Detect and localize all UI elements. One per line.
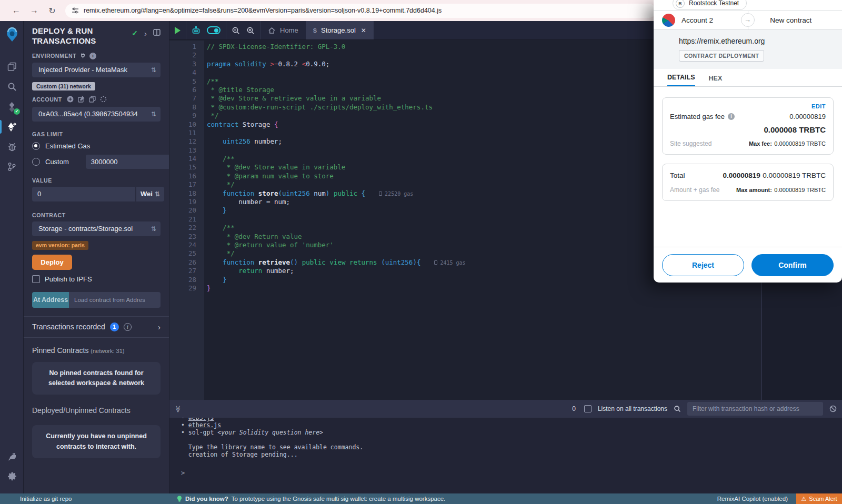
chevron-right-icon[interactable]: › [144,29,147,38]
environment-label: ENVIRONMENT i [32,53,161,59]
sidebar-item-debugger[interactable] [0,137,24,157]
home-icon [268,27,276,34]
add-account-icon[interactable] [67,96,74,104]
at-address-button[interactable]: At Address [32,292,69,308]
sidebar-item-file-explorer[interactable] [0,57,24,77]
zoom-out-icon[interactable] [232,26,240,35]
unpinned-empty-message: Currently you have no unpinned contracts… [32,425,161,458]
copilot-toggle[interactable] [207,26,220,34]
transactions-recorded-label: Transactions recorded [32,322,105,331]
total-card: Total 0.00000819 0.00000819 TRBTC Amount… [662,164,834,201]
arrow-right-icon: → [741,13,755,27]
transactions-expand-icon[interactable]: › [158,322,161,331]
terminal-search-icon[interactable] [674,405,681,412]
terminal-collapse-icon[interactable]: ≫ [174,405,182,412]
environment-select[interactable]: Injected Provider - MetaMask ⇅ [32,63,161,77]
custom-gas-radio[interactable] [32,158,40,166]
gas-info-icon[interactable]: i [728,113,735,120]
network-pill[interactable]: R Rootstock Testnet [673,0,747,10]
lightbulb-icon [177,496,182,502]
unpinned-contracts-title: Deployed/Unpinned Contracts [32,406,161,415]
scam-alert-button[interactable]: ⚠ Scam Alert [796,493,842,504]
url-text: remix.ethereum.org/#lang=en&optimize=fal… [84,7,442,14]
account-select[interactable]: 0xA03...85ac4 (0.398673504934 ⇅ [32,107,161,122]
tab-details[interactable]: DETAILS [667,74,695,86]
site-settings-icon[interactable] [72,7,79,14]
terminal-link[interactable]: web3.js [188,418,214,421]
remixai-robot-icon[interactable] [192,26,201,35]
estimated-gas-label: Estimated Gas [45,142,90,150]
deploy-run-panel: DEPLOY & RUN TRANSACTIONS ✓ › ENVIRONMEN… [24,21,169,493]
sidebar-item-deploy-run[interactable] [0,117,24,137]
remix-logo[interactable] [0,21,24,48]
network-name: Rootstock Testnet [689,0,739,7]
amount-gas-label: Amount + gas fee [670,186,719,194]
transaction-filter-input[interactable] [687,402,823,416]
check-icon: ✓ [132,29,138,37]
value-unit-select[interactable]: Wei ⇅ [136,187,164,201]
select-stepper-icon: ⇅ [151,66,156,74]
at-address-input[interactable] [69,292,161,308]
tab-storage-sol[interactable]: S Storage.sol ✕ [306,21,374,39]
split-panel-icon[interactable] [153,28,161,38]
transactions-info-icon[interactable]: i [124,323,132,331]
clear-terminal-icon[interactable] [829,405,837,412]
terminal[interactable]: • web3.js• ethers.js• sol-gpt <your Soli… [169,418,842,493]
terminal-line [181,436,842,443]
environment-info-icon[interactable]: i [89,53,96,59]
terminal-prompt[interactable]: > [181,469,842,477]
edit-gas-button[interactable]: EDIT [670,103,826,109]
run-script-icon[interactable] [175,27,181,34]
details-hex-tabs: DETAILS HEX [654,69,842,87]
contract-select[interactable]: Storage - contracts/Storage.sol ⇅ [32,221,161,236]
browser-back-icon[interactable]: ← [7,6,25,15]
terminal-line: creation of Storage pending... [181,451,842,458]
reject-button[interactable]: Reject [662,254,744,276]
terminal-link[interactable]: ethers.js [188,421,221,429]
address-bar[interactable]: remix.ethereum.org/#lang=en&optimize=fal… [65,4,656,18]
transaction-type-badge: CONTRACT DEPLOYMENT [679,50,764,62]
sidebar-item-plugin-manager[interactable] [0,446,24,466]
init-git-repo-button[interactable]: Initialize as git repo [20,496,72,502]
custom-gas-label: Custom [45,158,69,166]
copilot-status[interactable]: RemixAI Copilot (enabled) [717,496,788,502]
close-tab-icon[interactable]: ✕ [361,27,366,34]
sidebar-item-search[interactable] [0,77,24,97]
plug-icon[interactable] [80,53,86,59]
account-name: Account 2 [681,16,713,24]
edit-account-icon[interactable] [78,96,85,104]
sidebar-item-git[interactable] [0,157,24,177]
site-suggested-label: Site suggested [670,140,711,147]
account-label: ACCOUNT [32,96,161,104]
browser-forward-icon[interactable]: → [25,6,43,15]
listen-transactions-checkbox[interactable] [584,405,592,412]
zoom-in-icon[interactable] [246,26,255,35]
status-bar: Initialize as git repo Did you know? To … [0,493,842,504]
tab-hex[interactable]: HEX [709,75,723,86]
gas-fee-currency: 0.000008 TRBTC [764,125,826,134]
transaction-count: 0 [572,405,576,412]
icon-rail: ✓ [0,21,24,493]
origin-url: https://remix.ethereum.org [679,37,842,45]
estimated-gas-radio[interactable] [32,142,40,150]
value-input[interactable] [32,187,135,201]
publish-ipfs-checkbox[interactable] [32,275,40,283]
tab-home[interactable]: Home [260,21,306,39]
sidebar-item-settings[interactable] [0,466,24,486]
max-amount: Max amount: 0.00000819 TRBTC [736,185,826,194]
max-fee: Max fee: 0.00000819 TRBTC [749,138,826,148]
origin-section: https://remix.ethereum.org CONTRACT DEPL… [654,30,842,69]
refresh-account-icon[interactable] [100,96,107,104]
warning-icon: ⚠ [801,496,806,502]
terminal-line: • ethers.js [181,421,842,429]
compile-success-badge: ✓ [14,108,20,115]
publish-ipfs-label: Publish to IPFS [45,275,92,283]
deploy-button[interactable]: Deploy [32,255,72,270]
confirm-button[interactable]: Confirm [751,254,834,276]
terminal-toolbar: ≫ 0 Listen on all transactions [169,400,842,418]
copy-account-icon[interactable] [89,96,96,104]
select-stepper-icon: ⇅ [151,225,156,233]
custom-gas-input[interactable] [86,155,169,169]
browser-reload-icon[interactable]: ↻ [43,6,61,16]
sidebar-item-solidity-compiler[interactable]: ✓ [0,97,24,117]
